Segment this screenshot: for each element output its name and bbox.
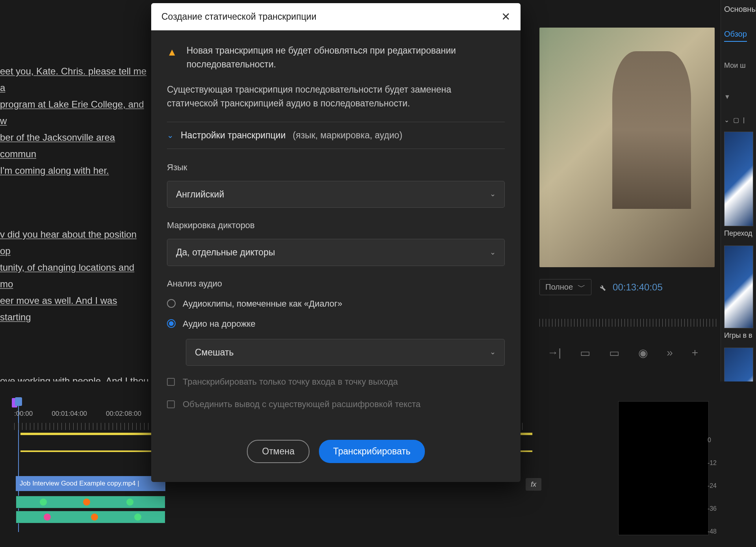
more-icon[interactable]: » xyxy=(667,346,673,359)
radio-icon xyxy=(167,299,176,308)
transcript-panel: eet you, Kate. Chris. please tell me a p… xyxy=(0,63,150,389)
transcript-line[interactable]: program at Lake Erie College, and w xyxy=(0,96,150,129)
quality-dropdown[interactable]: Полное ﹀ xyxy=(539,279,591,295)
language-select[interactable]: Английский ⌄ xyxy=(167,181,505,208)
tab-browse[interactable]: Обзор xyxy=(724,30,747,42)
chevron-down-icon: ⌄ xyxy=(490,247,496,258)
description-text: Существующая транскрипция последовательн… xyxy=(167,83,505,110)
meter-scale: 0 -12 -24 -36 -48 xyxy=(708,437,717,535)
transcript-line[interactable]: I'm coming along with her. xyxy=(0,162,150,179)
keyframe-marker[interactable] xyxy=(91,514,98,521)
radio-label: Аудиоклипы, помеченные как «Диалог» xyxy=(183,297,342,310)
transcript-line[interactable]: eet you, Kate. Chris. please tell me a xyxy=(0,63,150,96)
time-label: 00:02:08:00 xyxy=(106,410,141,418)
close-icon[interactable]: ✕ xyxy=(501,10,510,23)
analysis-label: Анализ аудио xyxy=(167,277,505,290)
program-monitor: Полное ﹀ 00:13:40:05 →| ▭ ▭ ◉ » + xyxy=(539,28,717,359)
radio-audio-track[interactable]: Аудио на дорожке xyxy=(167,317,505,330)
checkbox-label: Транскрибировать только точку входа в то… xyxy=(183,375,398,388)
wrench-icon[interactable] xyxy=(598,283,606,292)
keyframe-marker[interactable] xyxy=(44,514,51,521)
radio-dialog-clips[interactable]: Аудиоклипы, помеченные как «Диалог» xyxy=(167,297,505,310)
warning-text: Новая транскрипция не будет обновляться … xyxy=(187,44,505,71)
video-clip[interactable]: Job Interview Good Example copy.mp4 | xyxy=(16,476,165,491)
checkbox-icon xyxy=(167,400,175,408)
insert-icon[interactable]: →| xyxy=(547,346,561,359)
square-icon[interactable]: ▢ xyxy=(733,116,739,124)
speaker-select[interactable]: Да, отдельные дикторы ⌄ xyxy=(167,239,505,266)
chevron-down-icon: ⌄ xyxy=(167,129,174,141)
speaker-label: Маркировка дикторов xyxy=(167,219,505,232)
template-label: Переход xyxy=(724,229,753,238)
transcript-line[interactable]: ber of the Jacksonville area commun xyxy=(0,129,150,162)
create-transcription-dialog: Создание статической транскрипции ✕ ▲ Но… xyxy=(151,3,521,482)
keyframe-marker[interactable] xyxy=(40,499,47,506)
video-preview[interactable] xyxy=(539,28,715,267)
transcript-line[interactable]: tunity, of changing locations and mo xyxy=(0,259,150,292)
chevron-down-icon: ⌄ xyxy=(490,347,496,357)
cancel-button[interactable]: Отмена xyxy=(247,440,309,463)
fx-badge[interactable]: fx xyxy=(526,478,541,491)
quality-value: Полное xyxy=(545,283,573,292)
keyframe-marker[interactable] xyxy=(134,514,141,521)
checkbox-merge-output[interactable]: Объединить вывод с существующей расшифро… xyxy=(167,398,505,411)
panel-subtext: Мои ш xyxy=(724,61,753,70)
chevron-down-icon: ﹀ xyxy=(578,282,586,292)
select-value: Да, отдельные дикторы xyxy=(176,246,275,259)
checkbox-icon xyxy=(167,378,175,386)
radio-label: Аудио на дорожке xyxy=(183,317,256,330)
dialog-title: Создание статической транскрипции xyxy=(161,11,317,22)
section-title: Настройки транскрипции xyxy=(181,128,286,142)
transcribe-button[interactable]: Транскрибировать xyxy=(319,440,425,463)
warning-icon: ▲ xyxy=(167,45,177,71)
template-thumbnail[interactable] xyxy=(724,132,753,226)
overwrite-icon[interactable]: ▭ xyxy=(580,346,590,359)
export-frame-icon[interactable]: ▭ xyxy=(609,346,619,359)
transcript-line[interactable]: eer move as well. And I was starting xyxy=(0,292,150,326)
add-icon[interactable]: + xyxy=(692,346,698,359)
template-label: Игры в в xyxy=(724,331,753,340)
timeline-ruler[interactable] xyxy=(539,319,717,327)
mix-select[interactable]: Смешать ⌄ xyxy=(186,339,505,366)
keyframe-marker[interactable] xyxy=(126,499,133,506)
timecode-display[interactable]: 00:13:40:05 xyxy=(613,282,663,293)
panel-header: Основные xyxy=(724,5,753,18)
section-subtitle: (язык, маркировка, аудио) xyxy=(293,128,402,142)
select-value: Английский xyxy=(176,188,224,201)
camera-icon[interactable]: ◉ xyxy=(638,346,648,359)
clip-label: Job Interview Good Example copy.mp4 | xyxy=(20,480,139,487)
filter-icon[interactable]: ▼ xyxy=(724,93,730,100)
transcript-line[interactable]: v did you hear about the position op xyxy=(0,226,150,259)
dialog-header: Создание статической транскрипции ✕ xyxy=(151,3,521,30)
checkbox-label: Объединить вывод с существующей расшифро… xyxy=(183,398,421,411)
audio-meter xyxy=(618,401,709,535)
checkbox-in-out-only[interactable]: Транскрибировать только точку входа в то… xyxy=(167,375,505,388)
chevron-down-icon[interactable]: ⌄ xyxy=(724,116,729,124)
select-value: Смешать xyxy=(195,346,233,359)
radio-icon xyxy=(167,319,176,328)
keyframe-marker[interactable] xyxy=(83,499,90,506)
chevron-down-icon: ⌄ xyxy=(490,189,496,199)
language-label: Язык xyxy=(167,161,505,174)
settings-section-header[interactable]: ⌄ Настройки транскрипции (язык, маркиров… xyxy=(167,122,505,149)
time-label: 00:01:04:00 xyxy=(52,410,87,418)
pipe-icon: | xyxy=(743,117,745,124)
audio-clip[interactable] xyxy=(16,511,165,523)
audio-clip[interactable] xyxy=(16,496,165,508)
template-thumbnail[interactable] xyxy=(724,246,753,328)
time-label: :00:00 xyxy=(14,410,33,418)
